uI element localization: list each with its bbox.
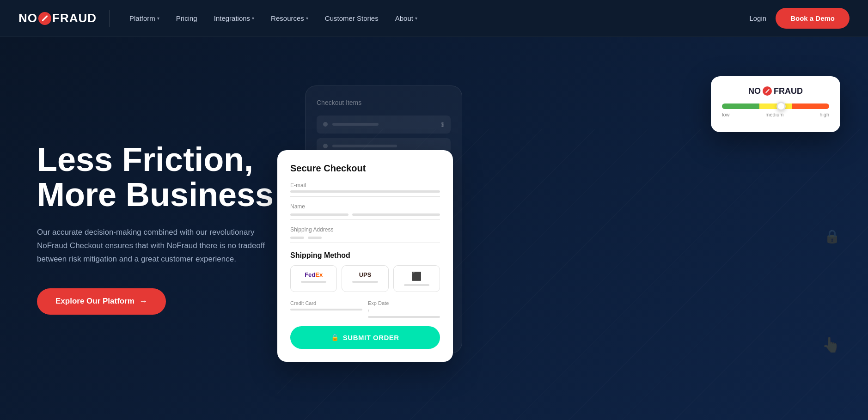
- credit-card-field: Credit Card: [290, 300, 362, 318]
- hero-section: Less Friction, More Business Our accurat…: [0, 37, 868, 420]
- nav-pricing[interactable]: Pricing: [170, 11, 204, 26]
- shipping-fedex[interactable]: FedEx: [290, 265, 337, 292]
- gauge-labels: low medium high: [722, 112, 829, 117]
- email-field: E-mail: [290, 182, 440, 197]
- bg-dot: [323, 144, 328, 148]
- checkout-card: Secure Checkout E-mail Name Shipping Add…: [277, 150, 453, 362]
- nav-platform[interactable]: Platform ▾: [123, 11, 166, 26]
- navbar: NO FRAUD Platform ▾ Pricing Integrations…: [0, 0, 868, 37]
- bg-line: [332, 123, 379, 126]
- shipping-options: FedEx UPS ⬛: [290, 265, 440, 292]
- gauge-thumb: [776, 102, 786, 111]
- logo-no-text: NO: [18, 11, 37, 25]
- checkout-title: Secure Checkout: [290, 163, 440, 174]
- fedex-logo: FedEx: [305, 271, 323, 278]
- arrow-right-icon: →: [139, 297, 147, 306]
- nav-divider: [110, 10, 110, 27]
- logo-icon: [38, 12, 51, 25]
- hero-title: Less Friction, More Business: [37, 142, 277, 212]
- nav-left: NO FRAUD Platform ▾ Pricing Integrations…: [18, 10, 424, 27]
- shipping-method-title: Shipping Method: [290, 251, 440, 260]
- nav-customer-stories[interactable]: Customer Stories: [318, 11, 385, 26]
- fraud-gauge: low medium high: [722, 103, 829, 117]
- nav-about[interactable]: About ▾: [389, 11, 424, 26]
- bg-dot: [323, 122, 328, 127]
- submit-order-button[interactable]: 🔒 SUBMIT ORDER: [290, 326, 440, 349]
- payment-row: Credit Card Exp Date /: [290, 300, 440, 318]
- fraud-score-card: NO FRAUD low medium high: [711, 76, 840, 132]
- fraud-logo-icon: [763, 86, 772, 96]
- explore-platform-button[interactable]: Explore Our Platform →: [37, 288, 166, 315]
- book-demo-button[interactable]: Book a Demo: [776, 8, 850, 29]
- chevron-down-icon: ▾: [306, 16, 308, 21]
- chevron-down-icon: ▾: [157, 16, 159, 21]
- chevron-down-icon: ▾: [415, 16, 417, 21]
- nav-resources[interactable]: Resources ▾: [264, 11, 315, 26]
- ups-logo: UPS: [359, 271, 372, 278]
- nav-right: Login Book a Demo: [749, 8, 850, 29]
- hero-subtitle: Our accurate decision-making combined wi…: [37, 226, 277, 266]
- logo-fraud-text: FRAUD: [52, 11, 97, 25]
- bg-device-title: Checkout Items: [317, 99, 451, 106]
- bg-line: [332, 145, 397, 147]
- hero-left: Less Friction, More Business Our accurat…: [37, 142, 277, 315]
- fingerprint-icon: 👆: [822, 336, 840, 353]
- nav-integrations[interactable]: Integrations ▾: [208, 11, 261, 26]
- lock-icon: 🔒: [824, 229, 840, 244]
- logo[interactable]: NO FRAUD: [18, 11, 97, 25]
- fraud-card-logo: NO FRAUD: [722, 86, 829, 96]
- nav-links: Platform ▾ Pricing Integrations ▾ Resour…: [123, 11, 424, 26]
- shipping-ups[interactable]: UPS: [342, 265, 388, 292]
- bg-device-row: $: [317, 116, 451, 134]
- hero-right: Checkout Items $ 👥: [277, 67, 840, 390]
- other-shipping-icon: ⬛: [411, 271, 422, 281]
- exp-date-field: Exp Date /: [368, 300, 440, 318]
- shipping-other[interactable]: ⬛: [393, 265, 440, 292]
- chevron-down-icon: ▾: [252, 16, 254, 21]
- login-button[interactable]: Login: [749, 14, 766, 22]
- shipping-address-field: Shipping Address: [290, 226, 440, 243]
- gauge-track: [722, 103, 829, 109]
- lock-icon: 🔒: [331, 334, 339, 341]
- bg-price: $: [441, 121, 444, 128]
- name-field: Name: [290, 203, 440, 220]
